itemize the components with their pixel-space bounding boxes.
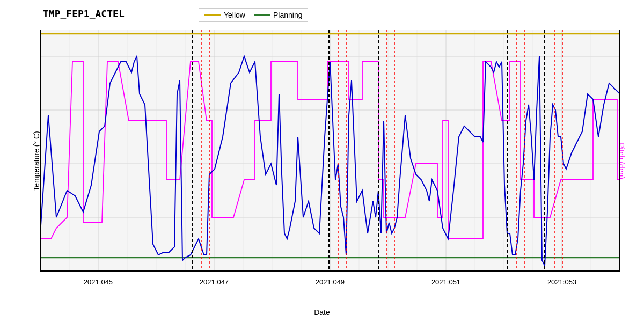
chart-container: TMP_FEP1_ACTEL Yellow Planning Temperatu… [0,0,644,322]
x-tick-045: 2021:045 [84,278,113,286]
yellow-legend-label: Yellow [224,11,245,19]
chart-title: TMP_FEP1_ACTEL [43,8,125,19]
x-axis-label: Date [314,308,330,317]
legend-yellow: Yellow [204,11,245,19]
planning-legend-line [254,14,270,16]
x-tick-051: 2021:051 [431,278,460,286]
x-tick-047: 2021:047 [200,278,229,286]
yellow-legend-line [204,14,221,16]
planning-legend-label: Planning [273,11,303,19]
legend-planning: Planning [254,11,303,19]
legend: Yellow Planning [199,8,308,22]
y-axis-left-label: Temperature (° C) [32,131,41,191]
x-tick-049: 2021:049 [316,278,345,286]
main-chart-svg: 0 10 20 30 40 40 60 80 100 120 140 160 1… [40,30,620,292]
x-tick-053: 2021:053 [547,278,576,286]
